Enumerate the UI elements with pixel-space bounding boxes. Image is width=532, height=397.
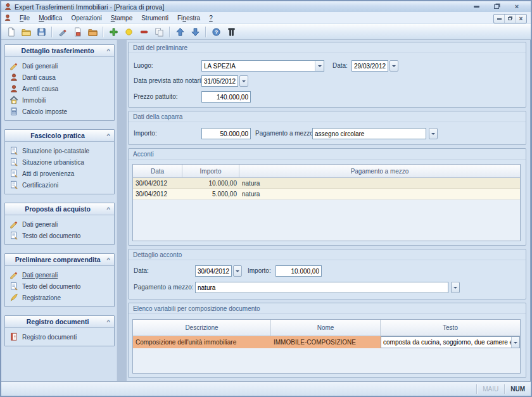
table-row-selected[interactable]: Composizione dell'unità immobiliare IMMO… <box>133 336 520 348</box>
menu-strumenti[interactable]: Strumenti <box>137 13 173 23</box>
chevron-up-icon[interactable]: ^ <box>106 257 110 263</box>
sidebar-item-proposta-testo-documento[interactable]: Testo del documento <box>10 230 111 241</box>
panel-dati-preliminare: Dati del preliminare Luogo: LA SPEZIA Da… <box>128 42 526 108</box>
sidebar-item-calcolo-imposte[interactable]: Calcolo imposte <box>10 106 111 117</box>
restore-icon[interactable] <box>490 4 503 10</box>
chevron-down-icon[interactable] <box>239 75 248 87</box>
child-restore-icon[interactable] <box>505 15 516 23</box>
status-bar: MAIU NUM <box>1 381 531 396</box>
menu-help[interactable]: ? <box>205 13 217 23</box>
help-button[interactable]: ? <box>209 25 223 39</box>
minimize-icon[interactable] <box>470 4 483 10</box>
chevron-up-icon[interactable]: ^ <box>106 48 110 54</box>
calculator-icon <box>10 107 18 116</box>
person-icon <box>10 84 18 93</box>
app-icon <box>4 3 12 11</box>
importo-acconto-field[interactable]: 10.000,00 <box>276 265 322 277</box>
sidebar-item-registrazione[interactable]: Registrazione <box>10 292 111 303</box>
add-button[interactable] <box>106 25 120 39</box>
pen-button[interactable] <box>55 25 69 39</box>
sidebar-item-atti-di-provenienza[interactable]: Atti di provenienza <box>10 168 111 179</box>
data-acconto-field[interactable]: 30/04/2012 <box>195 265 232 277</box>
group-header[interactable]: Proposta di acquisto ^ <box>5 203 114 215</box>
pagamento-caparra-combobox[interactable]: assegno circolare <box>312 128 426 139</box>
menu-file[interactable]: File <box>15 13 34 23</box>
mdi-child-controls: × <box>493 14 527 23</box>
yellow-dot-button[interactable] <box>122 25 136 39</box>
move-up-button[interactable] <box>173 25 187 39</box>
chevron-down-icon[interactable] <box>233 265 242 277</box>
menu-operazioni[interactable]: Operazioni <box>66 13 106 23</box>
open-button[interactable] <box>19 25 33 39</box>
chevron-down-icon[interactable] <box>429 128 438 139</box>
sidebar-item-situazione-ipo-catastale[interactable]: Situazione ipo-catastale <box>10 145 111 156</box>
panel-elenco-variabili: Elenco variabili per composizione docume… <box>128 303 526 378</box>
sidebar-item-preliminare-dati-generali[interactable]: Dati generali <box>10 269 111 280</box>
sidebar-item-aventi-causa[interactable]: Aventi causa <box>10 83 111 94</box>
chevron-up-icon[interactable]: ^ <box>106 133 110 139</box>
importo-caparra-field[interactable]: 50.000,00 <box>201 128 251 139</box>
menu-finestra[interactable]: Finestra <box>173 13 205 23</box>
remove-minus-icon <box>139 27 149 37</box>
sidebar-item-danti-causa[interactable]: Danti causa <box>10 72 111 83</box>
child-close-icon[interactable]: × <box>516 15 526 23</box>
help-globe-icon: ? <box>212 27 221 37</box>
data-field[interactable]: 29/03/2012 <box>352 60 388 72</box>
sidebar-item-registro-documenti[interactable]: Registro documenti <box>10 331 111 343</box>
application-window: Expert Trasferimenti Immobiliari - [Prar… <box>0 0 532 397</box>
column-header-data[interactable]: Data <box>133 165 182 177</box>
sidebar-item-certificazioni[interactable]: Certificazioni <box>10 179 111 191</box>
column-header-descrizione[interactable]: Descrizione <box>133 320 271 336</box>
paste-folder-button[interactable] <box>86 25 99 39</box>
group-header[interactable]: Registro documenti ^ <box>5 316 114 328</box>
new-document-icon <box>6 27 16 37</box>
chevron-down-icon[interactable] <box>451 282 460 293</box>
move-down-button[interactable] <box>188 25 202 39</box>
data-atto-field[interactable]: 31/05/2012 <box>201 75 238 87</box>
column-header-pagamento[interactable]: Pagamento a mezzo <box>239 165 520 177</box>
save-icon <box>37 27 46 37</box>
group-dettaglio-trasferimento: Dettaglio trasferimento ^ Dati generali … <box>4 44 115 121</box>
column-header-importo[interactable]: Importo <box>182 165 239 177</box>
sidebar-item-immobili[interactable]: Immobili <box>10 94 111 106</box>
luogo-combobox[interactable]: LA SPEZIA <box>201 60 324 72</box>
chevron-down-icon[interactable] <box>315 61 324 71</box>
sidebar-item-dati-generali[interactable]: Dati generali <box>10 60 111 72</box>
table-row[interactable]: 30/04/2012 5.000,00 natura <box>133 189 520 199</box>
sidebar-item-proposta-dati-generali[interactable]: Dati generali <box>10 218 111 230</box>
document-pencil-icon <box>10 169 18 178</box>
sidebar-splitter[interactable] <box>117 40 127 381</box>
new-button[interactable] <box>4 25 18 39</box>
chevron-down-icon[interactable] <box>511 337 519 348</box>
pagamento-acconto-combobox[interactable]: natura <box>195 282 448 293</box>
sidebar-item-situazione-urbanistica[interactable]: Situazione urbanistica <box>10 156 111 168</box>
column-header-nome[interactable]: Nome <box>271 320 381 336</box>
table-row[interactable]: 30/04/2012 10.000,00 natura <box>133 178 520 189</box>
remove-button[interactable] <box>137 25 151 39</box>
menu-stampe[interactable]: Stampe <box>106 13 137 23</box>
document-pencil-icon <box>10 158 18 167</box>
toolbar-separator <box>51 27 52 37</box>
document-pencil-icon <box>10 231 18 240</box>
child-minimize-icon[interactable] <box>494 15 505 23</box>
menu-modifica[interactable]: Modifica <box>34 13 66 23</box>
panel-title: Elenco variabili per composizione docume… <box>129 303 526 314</box>
chevron-up-icon[interactable]: ^ <box>106 206 110 212</box>
chevron-down-icon[interactable] <box>390 60 398 72</box>
sidebar-item-preliminare-testo-documento[interactable]: Testo del documento <box>10 280 111 292</box>
column-header-testo[interactable]: Testo <box>381 320 520 336</box>
group-header[interactable]: Dettaglio trasferimento ^ <box>5 45 114 57</box>
data-label: Data: <box>332 60 348 72</box>
exit-button[interactable] <box>224 25 238 39</box>
pencil-icon <box>10 220 18 229</box>
copy-button[interactable] <box>152 25 166 39</box>
group-header[interactable]: Preliminare compravendita ^ <box>5 254 114 266</box>
close-icon[interactable]: × <box>510 4 523 10</box>
testo-cell-editor[interactable]: composta da cucina, soggiorno, due camer… <box>381 336 520 348</box>
panel-title: Dettaglio acconto <box>129 249 526 260</box>
prezzo-field[interactable]: 140.000,00 <box>201 91 251 103</box>
chevron-up-icon[interactable]: ^ <box>106 319 110 325</box>
save-button[interactable] <box>34 25 48 39</box>
document-edit-button[interactable] <box>70 25 84 39</box>
group-header[interactable]: Fascicolo pratica ^ <box>5 130 114 142</box>
